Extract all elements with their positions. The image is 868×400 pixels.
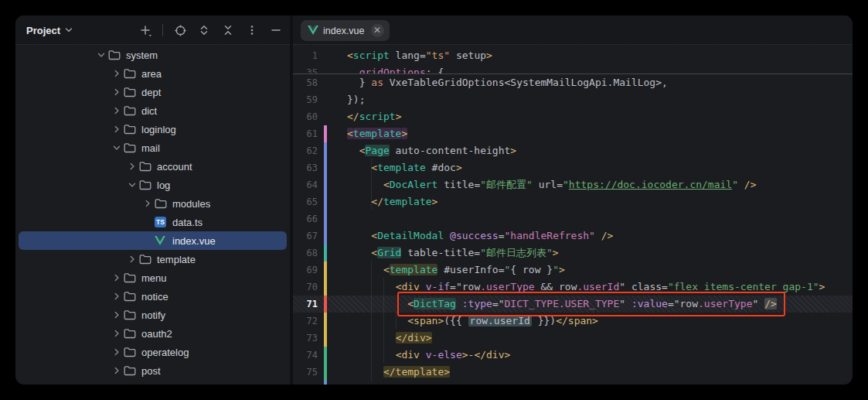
code-line-73[interactable]: 73 </div> <box>293 330 853 347</box>
tree-item-system[interactable]: system <box>15 46 290 64</box>
line-number[interactable]: 58 <box>293 74 318 91</box>
line-number[interactable]: 72 <box>293 313 318 330</box>
code-line-60[interactable]: 60</script> <box>293 108 853 125</box>
chevron-right-icon[interactable] <box>110 123 124 135</box>
indent-guide <box>371 261 372 381</box>
line-number[interactable]: 35 <box>293 64 318 74</box>
more-options-icon[interactable] <box>245 23 259 37</box>
line-number[interactable]: 74 <box>293 347 318 364</box>
project-selector[interactable]: Project <box>26 15 73 45</box>
line-number[interactable]: 61 <box>293 125 318 142</box>
code-text: <div v-if="row.userType && row.userId" c… <box>347 279 825 296</box>
chevron-down-icon[interactable] <box>110 142 124 154</box>
tree-item-template[interactable]: template <box>15 250 290 268</box>
code-line-65[interactable]: 65 </template> <box>293 193 853 210</box>
chevron-right-icon[interactable] <box>141 197 155 210</box>
line-number[interactable]: 63 <box>293 159 318 176</box>
chevron-down-icon[interactable] <box>94 49 108 61</box>
code-line-69[interactable]: 69 <template #userInfo="{ row }"> <box>293 262 853 279</box>
tree-item-loginlog[interactable]: loginlog <box>15 120 290 138</box>
code-text: <script lang="ts" setup> <box>347 47 492 64</box>
code-line-67[interactable]: 67 <DetailModal @success="handleRefresh"… <box>293 227 853 244</box>
code-line-1[interactable]: 1<script lang="ts" setup> <box>293 47 853 64</box>
chevron-right-icon[interactable] <box>110 290 124 303</box>
tree-item-mail[interactable]: mail <box>15 138 290 157</box>
line-number[interactable]: 65 <box>293 193 318 210</box>
tree-item-clipped[interactable] <box>15 380 290 385</box>
tree-item-dept[interactable]: dept <box>15 83 290 101</box>
tree-item-account[interactable]: account <box>15 157 290 176</box>
chevron-right-icon[interactable] <box>110 67 124 80</box>
code-line-64[interactable]: 64 <DocAlert title="邮件配置" url="https://d… <box>293 176 853 193</box>
tree-item-notify[interactable]: notify <box>15 306 290 324</box>
code-line-62[interactable]: 62 <Page auto-content-height> <box>293 142 853 159</box>
code-text: <DetailModal @success="handleRefresh" /> <box>347 227 613 244</box>
tree-item-area[interactable]: area <box>15 64 290 83</box>
chevron-right-icon[interactable] <box>110 364 124 377</box>
tree-item-dict[interactable]: dict <box>15 101 290 120</box>
line-number[interactable]: 69 <box>293 262 318 279</box>
tree-item-log[interactable]: log <box>15 176 290 194</box>
editor-body[interactable]: 1<script lang="ts" setup>35 gridOptions:… <box>293 45 853 385</box>
line-number[interactable]: 67 <box>293 227 318 244</box>
chevron-right-icon[interactable] <box>110 309 124 321</box>
project-panel-title: Project <box>26 25 60 36</box>
line-number[interactable]: 71 <box>293 296 318 313</box>
chevron-right-icon[interactable] <box>125 253 139 265</box>
folder-icon <box>124 364 139 377</box>
tree-item-menu[interactable]: menu <box>15 268 290 287</box>
tree-item-operatelog[interactable]: operatelog <box>15 343 290 361</box>
code-line-68[interactable]: 68 <Grid table-title="邮件日志列表"> <box>293 244 853 262</box>
code-line-75[interactable]: 75 </template> <box>293 364 853 381</box>
code-line-76[interactable]: 76 <template #actions="{ row }"> <box>293 381 853 385</box>
code-line-59[interactable]: 59}); <box>293 91 853 108</box>
line-number[interactable]: 76 <box>293 381 318 385</box>
line-number[interactable]: 70 <box>293 279 318 296</box>
tree-item-oauth2[interactable]: oauth2 <box>15 324 290 343</box>
ide-window: Project systemareadeptdictloginlogmailac… <box>15 15 853 385</box>
close-tab-icon[interactable]: ✕ <box>371 24 384 37</box>
chevron-down-icon[interactable] <box>125 179 139 191</box>
chevron-right-icon[interactable] <box>110 383 124 385</box>
locate-file-icon[interactable] <box>173 23 187 37</box>
tree-item-post[interactable]: post <box>15 361 290 380</box>
folder-icon <box>108 49 124 61</box>
line-number[interactable]: 75 <box>293 364 318 381</box>
expand-all-icon[interactable] <box>197 23 211 37</box>
code-line-74[interactable]: 74 <div v-else>-</div> <box>293 347 853 364</box>
chevron-right-icon[interactable] <box>110 104 124 117</box>
hide-panel-icon[interactable] <box>269 23 283 37</box>
tab-index-vue[interactable]: index.vue ✕ <box>301 20 390 41</box>
tree-item-index.vue[interactable]: index.vue <box>19 231 287 250</box>
folder-icon <box>124 104 139 117</box>
line-number[interactable]: 68 <box>293 244 318 262</box>
line-number[interactable]: 60 <box>293 108 318 125</box>
code-line-63[interactable]: 63 <template #doc> <box>293 159 853 176</box>
line-number[interactable]: 73 <box>293 330 318 347</box>
tree-item-notice[interactable]: notice <box>15 287 290 306</box>
tree-item-data.ts[interactable]: TSdata.ts <box>15 213 290 231</box>
tree-item-modules[interactable]: modules <box>15 194 290 213</box>
line-number[interactable]: 59 <box>293 91 318 108</box>
line-number[interactable]: 62 <box>293 142 318 159</box>
code-line-61[interactable]: 61<template> <box>293 125 853 142</box>
chevron-right-icon[interactable] <box>110 346 124 358</box>
change-stripe <box>324 193 327 210</box>
line-number[interactable]: 1 <box>293 47 318 64</box>
code-line-71[interactable]: 71 <DictTag :type="DICT_TYPE.USER_TYPE" … <box>293 296 853 313</box>
add-icon[interactable] <box>138 23 152 37</box>
chevron-right-icon[interactable] <box>110 327 124 340</box>
code-line-72[interactable]: 72 <span>({{ row.userId }})</span> <box>293 313 853 330</box>
chevron-right-icon[interactable] <box>110 272 124 284</box>
collapse-all-icon[interactable] <box>221 23 235 37</box>
chevron-right-icon[interactable] <box>110 86 124 98</box>
line-number[interactable]: 64 <box>293 176 318 193</box>
folder-icon <box>124 86 139 98</box>
line-number[interactable]: 66 <box>293 210 318 227</box>
code-line-70[interactable]: 70 <div v-if="row.userType && row.userId… <box>293 279 853 296</box>
code-line-58[interactable]: 58 } as VxeTableGridOptions<SystemMailLo… <box>293 74 853 91</box>
chevron-right-icon[interactable] <box>125 160 139 173</box>
folder-icon <box>124 327 139 340</box>
code-line-66[interactable]: 66 <box>293 210 853 227</box>
code-line-35[interactable]: 35 gridOptions: { <box>293 64 853 74</box>
